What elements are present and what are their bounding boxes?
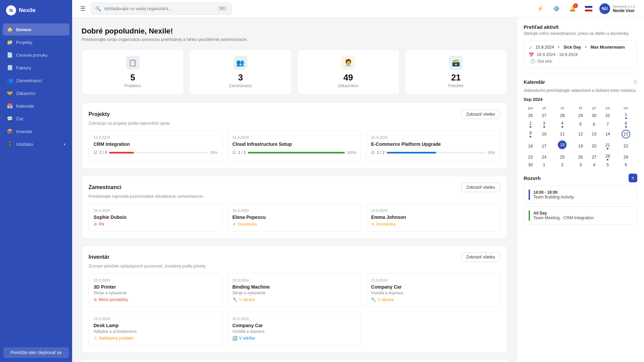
- cal-day[interactable]: 14: [601, 129, 614, 139]
- language-flag[interactable]: [583, 3, 594, 14]
- schedule-add-button[interactable]: +: [629, 174, 637, 182]
- cal-day[interactable]: 21: [601, 139, 614, 153]
- projects-title: Projekty: [89, 111, 110, 117]
- sidebar-nav: 🏠 Domov 📁 Projekty 📄 Cenové ponuky 🧾 Fak…: [0, 22, 72, 343]
- cal-day-today[interactable]: 15: [614, 129, 637, 139]
- cal-day[interactable]: 27: [587, 153, 601, 162]
- sidebar-item-projekty[interactable]: 📁 Projekty: [3, 36, 69, 48]
- sidebar-item-cenove-ponuky[interactable]: 📄 Cenové ponuky: [3, 49, 69, 61]
- inventory-show-all-button[interactable]: Zobraziť všetko: [461, 252, 500, 262]
- cal-day[interactable]: 5: [574, 120, 587, 129]
- cal-day[interactable]: 16: [524, 139, 537, 153]
- sidebar-label-cenove-ponuky: Cenové ponuky: [16, 53, 48, 58]
- cal-day[interactable]: 27: [537, 111, 551, 120]
- cal-day[interactable]: 1: [614, 111, 637, 120]
- cal-day[interactable]: 30: [524, 162, 537, 168]
- projects-grid: 15.9.2024 CRM Integration ☑ 2 / 8 25% 1: [89, 130, 500, 162]
- cal-today-marker: 15: [622, 130, 630, 138]
- cal-day[interactable]: 4: [587, 162, 601, 168]
- cal-day[interactable]: 17: [537, 139, 551, 153]
- cal-day[interactable]: 1: [537, 162, 551, 168]
- cal-day[interactable]: 28: [551, 111, 574, 120]
- cal-day[interactable]: 11: [551, 129, 574, 139]
- cal-day[interactable]: 4: [551, 120, 574, 129]
- cal-dot: [530, 136, 531, 137]
- sidebar-item-kalendar[interactable]: 📅 Kalendár: [3, 100, 69, 112]
- sidebar-item-ulozisko[interactable]: 🗄️ Úložisko ▾: [3, 138, 69, 150]
- progress-pct-1: 100%: [347, 150, 356, 155]
- cal-day[interactable]: 19: [574, 139, 587, 153]
- cal-day[interactable]: 29: [614, 153, 637, 162]
- project-date-0: 15.9.2024: [94, 135, 218, 139]
- inventory-card-4[interactable]: 15.9.2024 Company Car Vozidlá a doprava …: [227, 312, 362, 346]
- project-card-1[interactable]: 15.9.2024 Cloud Infrastructure Setup ☑ 1…: [227, 130, 362, 162]
- inventory-card-2[interactable]: 15.9.2024 Company Car Vozidlá a doprava …: [366, 273, 500, 307]
- stat-card-zamestnanci[interactable]: 👥 3 Zamestnanci: [189, 49, 291, 95]
- stat-card-polozky[interactable]: 🗃️ 21 Položiek: [405, 49, 507, 95]
- cal-day[interactable]: 7: [601, 120, 614, 129]
- progress-pct-2: 50%: [488, 150, 495, 155]
- cal-day[interactable]: 3: [537, 120, 551, 129]
- schedule-time-0: 14:00 - 18:00: [533, 190, 574, 195]
- cal-day-selected[interactable]: 18: [551, 139, 574, 153]
- cal-header-st2: št: [574, 105, 587, 111]
- employee-card-2[interactable]: 15.9.2024 Emma Johnson ☀ Dovolenka: [366, 203, 500, 232]
- project-card-0[interactable]: 15.9.2024 CRM Integration ☑ 2 / 8 25%: [89, 130, 223, 162]
- lightning-icon[interactable]: ⚡: [535, 3, 546, 14]
- filter-icon[interactable]: ▽: [634, 79, 637, 85]
- cal-day[interactable]: 22: [614, 139, 637, 153]
- cal-day[interactable]: 25: [551, 153, 574, 162]
- menu-icon[interactable]: ☰: [80, 5, 86, 12]
- calendar-month: Sep 2024: [524, 97, 637, 102]
- cal-day[interactable]: 6: [614, 162, 637, 168]
- help-button[interactable]: Pomôžte nám zlepšovať sa: [3, 347, 69, 358]
- schedule-item-1[interactable]: All Day Team Meeting - CRM Integration: [524, 206, 637, 225]
- page-subtitle: Preskúmajte svoju organizáciu pomocou pr…: [82, 37, 507, 42]
- employee-card-1[interactable]: 15.9.2024 Elena Popescu ☀ Dovolenka: [227, 203, 362, 232]
- schedule-bar-0: [529, 189, 530, 200]
- cal-day[interactable]: 2: [551, 162, 574, 168]
- cal-day[interactable]: 9: [524, 129, 537, 139]
- cal-day[interactable]: 26: [524, 111, 537, 120]
- cal-day[interactable]: 26: [574, 153, 587, 162]
- inv-name-2: Company Car: [371, 284, 495, 290]
- employee-card-0[interactable]: 15.9.2024 Sophie Dubois ⊘ PN: [89, 203, 223, 232]
- cal-day[interactable]: 10: [537, 129, 551, 139]
- inventory-card-3[interactable]: 15.9.2024 Desk Lamp Nábytok a príslušens…: [89, 312, 223, 346]
- notifications-icon[interactable]: 🔔 3: [567, 3, 578, 14]
- projects-show-all-button[interactable]: Zobraziť všetko: [461, 110, 500, 119]
- sidebar-item-zakaznici[interactable]: 🤝 Zákazníci: [3, 87, 69, 99]
- cal-day[interactable]: 30: [587, 111, 601, 120]
- cal-day[interactable]: 8: [614, 120, 637, 129]
- cal-day[interactable]: 3: [574, 162, 587, 168]
- sidebar-item-domov[interactable]: 🏠 Domov: [3, 23, 69, 36]
- sidebar-item-inventar[interactable]: 📦 Inventár: [3, 125, 69, 137]
- activity-card: ✓ 15.9.2024 • Sick Day • Max Mustermann …: [524, 41, 637, 68]
- sidebar-item-zamestnanci[interactable]: 👥 Zamestnanci: [3, 74, 69, 86]
- cal-day[interactable]: 29: [574, 111, 587, 120]
- sidebar-item-faktury[interactable]: 🧾 Faktúry: [3, 62, 69, 74]
- sidebar-item-cet[interactable]: 💬 Čet: [3, 113, 69, 125]
- settings-icon[interactable]: ⚙️: [551, 3, 562, 14]
- user-info[interactable]: NU Innovent s.r.o. Nexile User: [599, 3, 636, 14]
- schedule-item-0[interactable]: 14:00 - 18:00 Team Building Activity: [524, 186, 637, 204]
- project-card-2[interactable]: 15.9.2024 E-Commerce Platform Upgrade ☑ …: [366, 130, 500, 162]
- sidebar-label-faktury: Faktúry: [16, 65, 31, 70]
- progress-pct-0: 25%: [210, 150, 218, 155]
- cal-day[interactable]: 13: [587, 129, 601, 139]
- cal-day[interactable]: 24: [537, 153, 551, 162]
- inventory-card-0[interactable]: 15.9.2024 3D Printer Stroje a vybavenie …: [89, 273, 223, 307]
- stat-card-projekty[interactable]: 📋 5 Projektov: [82, 49, 184, 95]
- search-input[interactable]: [104, 6, 215, 11]
- stat-card-zakaznici[interactable]: 🧑‍💼 49 Zákazníkov: [297, 49, 399, 95]
- cal-day[interactable]: 20: [587, 139, 601, 153]
- employees-show-all-button[interactable]: Zobraziť všetko: [461, 183, 500, 192]
- cal-day[interactable]: 12: [574, 129, 587, 139]
- cal-day[interactable]: 5: [601, 162, 614, 168]
- cal-day[interactable]: 31: [601, 111, 614, 120]
- cal-day[interactable]: 23: [524, 153, 537, 162]
- inventory-card-1[interactable]: 15.9.2024 Binding Machine Stroje a vybav…: [227, 273, 362, 307]
- cal-day[interactable]: 6: [587, 120, 601, 129]
- cal-day[interactable]: 2: [524, 120, 537, 129]
- cal-day[interactable]: 28: [601, 153, 614, 162]
